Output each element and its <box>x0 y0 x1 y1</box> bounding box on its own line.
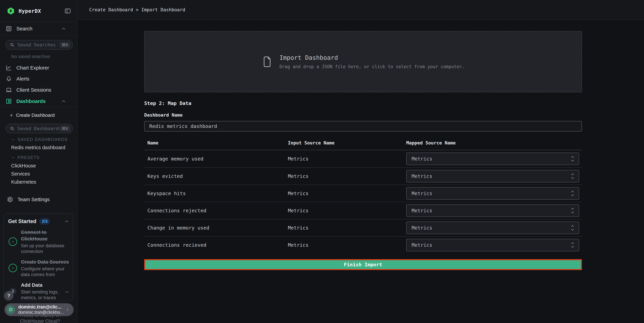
nav-label: Client Sessions <box>16 87 51 93</box>
get-started-item-add-data[interactable]: 3 Add Data Start sending logs, metrics, … <box>8 282 69 301</box>
avatar: D <box>6 305 15 314</box>
row-input-source: Metrics <box>288 225 406 231</box>
sidebar-collapse-icon <box>64 7 71 14</box>
dropzone-title: Import Dashboard <box>280 54 464 61</box>
select-chevrons-icon <box>570 224 575 232</box>
sidebar-item-team-settings[interactable]: Team Settings <box>0 194 77 205</box>
mapped-source-select[interactable]: Metrics <box>406 170 579 182</box>
get-started-item-data-sources[interactable]: Create Data Sources Configure where your… <box>8 259 69 278</box>
dropzone-subtitle: Drag and drop a JSON file here, or click… <box>280 64 464 69</box>
shortcut-badge: ⌘K <box>60 42 70 48</box>
app-root: HyperDX Search ⌘K No saved sea <box>0 0 644 323</box>
mapped-source-select[interactable]: Metrics <box>406 204 579 217</box>
mapped-source-value: Metrics <box>412 173 432 179</box>
chevron-down-icon <box>11 156 15 160</box>
sidebar-item-preset-kubernetes[interactable]: Kubernetes <box>11 179 36 185</box>
row-name: Connections rejected <box>148 208 288 214</box>
select-chevrons-icon <box>570 190 575 197</box>
get-started-card: Get Started 2/3 Connect to ClickHouse Se… <box>4 213 73 301</box>
chevron-up-icon[interactable] <box>61 26 66 31</box>
mapping-table-rows: Average memory used Metrics Metrics Keys… <box>144 150 582 254</box>
user-name: dominic.tran@clic... <box>18 305 64 310</box>
create-dashboard-label: Create Dashboard <box>16 113 55 118</box>
no-saved-searches-text: No saved searches <box>11 54 50 59</box>
main-area: Create Dashboard > Import Dashboard Impo… <box>78 0 644 323</box>
chevron-up-icon[interactable] <box>64 219 69 224</box>
sidebar-divider <box>0 107 77 107</box>
get-started-header[interactable]: Get Started 2/3 <box>8 218 69 225</box>
dashboard-name-input[interactable] <box>144 121 582 131</box>
section-header-label: SAVED DASHBOARDS <box>18 137 68 142</box>
sidebar-item-redis-dashboard[interactable]: Redis metrics dashboard <box>11 145 65 150</box>
laptop-icon <box>6 87 12 93</box>
logo-row: HyperDX <box>0 0 77 22</box>
import-dashboard-page: Import Dashboard Drag and drop a JSON fi… <box>78 20 644 323</box>
row-name: Change in memory used <box>148 225 288 231</box>
finish-import-button[interactable]: Finish Import <box>144 259 582 270</box>
select-chevrons-icon <box>570 241 575 249</box>
row-input-source: Metrics <box>288 242 406 248</box>
hyperdx-logo-icon <box>7 7 15 15</box>
table-row: Keys evicted Metrics Metrics <box>144 167 582 185</box>
create-dashboard-button[interactable]: + Create Dashboard <box>0 110 77 121</box>
brand[interactable]: HyperDX <box>7 7 41 15</box>
nav-label: Dashboards <box>16 98 46 104</box>
file-icon <box>262 55 273 68</box>
task-title: Add Data <box>21 282 42 288</box>
mapped-source-value: Metrics <box>412 191 432 196</box>
search-icon <box>10 126 15 131</box>
table-row: Change in memory used Metrics Metrics <box>144 219 582 236</box>
progress-badge: 2/3 <box>39 218 50 225</box>
saved-searches-input[interactable] <box>18 42 60 47</box>
journal-search-icon <box>6 25 12 32</box>
table-row: Connections recieved Metrics Metrics <box>144 236 582 254</box>
user-account-button[interactable]: D dominic.tran@clic... dominic.tran@clic… <box>4 303 74 316</box>
row-input-source: Metrics <box>288 173 406 179</box>
sidebar-item-search[interactable]: Search <box>0 22 77 35</box>
mapped-source-value: Metrics <box>412 225 432 231</box>
mapping-table-header: Name Input Source Name Mapped Source Nam… <box>144 138 582 150</box>
row-name: Keyspace hits <box>148 191 288 196</box>
sidebar-item-client-sessions[interactable]: Client Sessions <box>0 84 77 95</box>
sidebar-item-dashboards[interactable]: Dashboards <box>0 96 77 107</box>
sidebar-item-chart-explorer[interactable]: Chart Explorer <box>0 62 77 73</box>
mapped-source-value: Metrics <box>412 242 432 248</box>
gear-icon <box>6 196 13 203</box>
saved-dashboards-searchbox[interactable]: ⌘K <box>6 124 73 133</box>
task-description: Start sending logs, metrics, or traces <box>21 289 63 301</box>
mapped-source-select[interactable]: Metrics <box>406 153 579 165</box>
help-button[interactable]: ? <box>4 291 13 300</box>
chevron-down-icon <box>11 138 15 142</box>
task-description: Set up your database connection <box>21 243 69 254</box>
table-row: Connections rejected Metrics Metrics <box>144 202 582 219</box>
chevron-up-icon[interactable] <box>61 99 66 104</box>
select-chevrons-icon <box>570 155 575 163</box>
dashboard-name-label: Dashboard Name <box>144 112 582 118</box>
check-circle-icon <box>8 264 17 272</box>
mapped-source-select[interactable]: Metrics <box>406 222 579 234</box>
presets-section-header[interactable]: PRESETS <box>11 155 40 160</box>
task-title: Connect to ClickHouse <box>21 230 48 242</box>
step-heading: Step 2: Map Data <box>144 100 582 106</box>
mapped-source-select[interactable]: Metrics <box>406 187 579 200</box>
get-started-item-connect[interactable]: Connect to ClickHouse Set up your databa… <box>8 229 69 254</box>
chevron-right-icon <box>65 307 70 312</box>
task-description: Configure where your data comes from <box>21 266 69 278</box>
sidebar-item-preset-clickhouse[interactable]: ClickHouse <box>11 163 36 169</box>
mapped-source-select[interactable]: Metrics <box>406 239 579 251</box>
sidebar: HyperDX Search ⌘K No saved sea <box>0 0 78 323</box>
column-header-name: Name <box>148 140 288 145</box>
nav-label: Chart Explorer <box>16 65 49 71</box>
select-chevrons-icon <box>570 172 575 180</box>
saved-dashboards-input[interactable] <box>18 126 60 131</box>
sidebar-item-preset-services[interactable]: Services <box>11 171 30 177</box>
json-file-dropzone[interactable]: Import Dashboard Drag and drop a JSON fi… <box>144 31 582 92</box>
user-email: dominic.tran@clickho... <box>18 310 64 315</box>
sidebar-collapse-button[interactable] <box>64 7 71 14</box>
sidebar-item-alerts[interactable]: Alerts <box>0 73 77 84</box>
saved-dashboards-section-header[interactable]: SAVED DASHBOARDS <box>11 137 68 142</box>
saved-searches-searchbox[interactable]: ⌘K <box>6 40 73 50</box>
search-section-label: Search <box>16 26 32 31</box>
mapped-source-value: Metrics <box>412 156 432 162</box>
table-row: Keyspace hits Metrics Metrics <box>144 185 582 202</box>
